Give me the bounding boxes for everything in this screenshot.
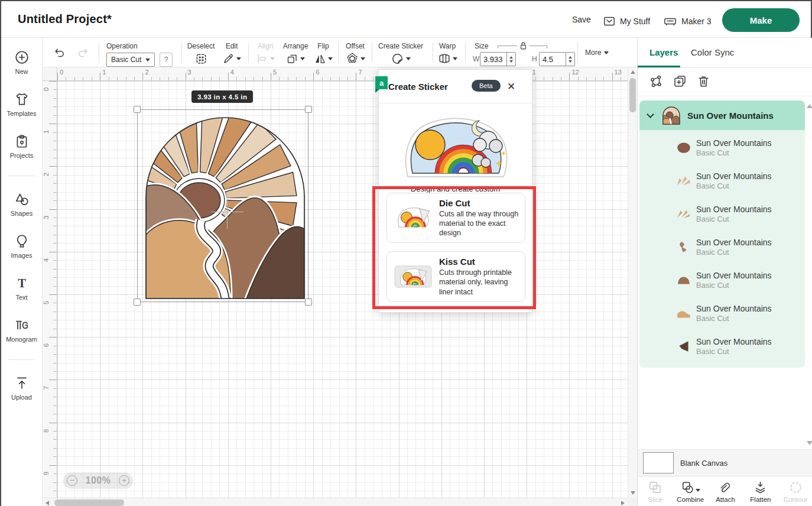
- layer-row[interactable]: Sun Over Mountains Basic Cut: [639, 231, 805, 264]
- height-field[interactable]: [539, 52, 575, 66]
- layer-row[interactable]: Sun Over Mountains Basic Cut: [639, 197, 805, 231]
- zoom-out-button[interactable]: −: [67, 475, 77, 486]
- my-stuff-button[interactable]: My Stuff: [603, 15, 650, 28]
- panel-scroll-down-arrow[interactable]: [807, 441, 812, 445]
- save-button[interactable]: Save: [572, 15, 591, 24]
- layer-row[interactable]: Sun Over Mountains Basic Cut: [639, 330, 805, 363]
- layer-name: Sun Over Mountains: [696, 271, 772, 281]
- blank-canvas-label: Blank Canvas: [680, 459, 727, 468]
- layer-operation: Basic Cut: [696, 148, 772, 157]
- layer-row[interactable]: Sun Over Mountains Basic Cut: [639, 131, 805, 164]
- operation-select[interactable]: Basic Cut: [106, 53, 155, 67]
- sidebar-item-new[interactable]: New: [1, 50, 42, 75]
- width-input[interactable]: [480, 53, 506, 66]
- operation-help-button[interactable]: ?: [160, 53, 173, 67]
- align-icon: [256, 53, 268, 65]
- lock-ratio-button[interactable]: [518, 41, 528, 51]
- operation-group: Operation Basic Cut ?: [106, 41, 173, 67]
- layer-group-header[interactable]: Sun Over Mountains: [639, 100, 805, 130]
- tab-layers[interactable]: Layers: [649, 47, 678, 57]
- make-button[interactable]: Make: [722, 8, 800, 32]
- edit-button[interactable]: Edit: [219, 41, 245, 66]
- scroll-left-arrow[interactable]: [46, 501, 49, 505]
- width-field[interactable]: [480, 52, 516, 66]
- layer-name: Sun Over Mountains: [696, 205, 772, 215]
- layer-operation: Basic Cut: [696, 314, 772, 323]
- layer-list: Sun Over Mountains Sun Over Mountains Ba…: [639, 100, 805, 368]
- create-sticker-button[interactable]: Create Sticker: [375, 41, 426, 66]
- blank-canvas-row[interactable]: Blank Canvas: [638, 449, 812, 476]
- scroll-right-arrow[interactable]: [621, 501, 625, 505]
- templates-icon: [14, 92, 30, 107]
- ruler-number: 5: [43, 301, 50, 304]
- scroll-up-arrow[interactable]: [631, 70, 635, 74]
- sidebar-item-monogram[interactable]: Monogram: [1, 317, 42, 343]
- project-title[interactable]: Untitled Project*: [18, 12, 112, 26]
- sidebar-item-templates[interactable]: Templates: [1, 92, 42, 117]
- layers-panel: Layers Color Sync: [637, 38, 812, 506]
- chevron-down-icon: [300, 57, 305, 60]
- kiss-cut-option[interactable]: Kiss Cut Cuts through printable material…: [386, 251, 525, 302]
- chevron-down-icon: [406, 57, 411, 60]
- size-label: Size: [475, 41, 488, 51]
- attach-icon: [719, 481, 732, 494]
- ruler-number: 3: [43, 216, 50, 219]
- vertical-ruler: 0123456789: [43, 81, 57, 498]
- canvas-color-swatch[interactable]: [643, 452, 674, 473]
- chevron-down-icon: [453, 57, 457, 60]
- group-button[interactable]: [649, 74, 663, 88]
- width-stepper[interactable]: [506, 53, 515, 66]
- sidebar-item-projects[interactable]: Projects: [1, 134, 42, 159]
- flatten-button[interactable]: Flatten: [743, 476, 778, 506]
- panel-scroll-up-arrow[interactable]: [807, 104, 812, 108]
- resize-handle-se[interactable]: [305, 299, 312, 306]
- warp-button[interactable]: Warp: [434, 41, 460, 66]
- flip-button[interactable]: Flip: [311, 41, 335, 66]
- vertical-scroll-thumb[interactable]: [629, 78, 636, 112]
- shapes-icon: [14, 192, 30, 207]
- ruler-number: 6: [316, 69, 319, 76]
- sidebar-item-shapes[interactable]: Shapes: [1, 192, 42, 217]
- edit-toolbar: Operation Basic Cut ? Deselect Edit Alig…: [43, 38, 637, 67]
- height-stepper[interactable]: [566, 53, 574, 66]
- app-window: Untitled Project* Save My Stuff Maker 3 …: [0, 0, 812, 506]
- combine-button[interactable]: Combine: [673, 476, 707, 506]
- attach-button[interactable]: Attach: [708, 476, 743, 506]
- layer-row[interactable]: Sun Over Mountains Basic Cut: [639, 264, 805, 297]
- more-button[interactable]: More: [585, 48, 609, 57]
- die-cut-option[interactable]: Die Cut Cuts all the way through materia…: [386, 193, 525, 243]
- resize-handle-nw[interactable]: [134, 106, 141, 113]
- sidebar-divider: [8, 359, 35, 360]
- delete-button[interactable]: [697, 74, 710, 88]
- deselect-button[interactable]: Deselect: [184, 41, 217, 66]
- sidebar-divider: [8, 176, 35, 176]
- height-input[interactable]: [540, 53, 566, 66]
- resize-handle-sw[interactable]: [134, 299, 141, 306]
- offset-button[interactable]: Offset: [341, 41, 369, 66]
- undo-button[interactable]: [53, 46, 66, 59]
- layer-row[interactable]: Sun Over Mountains Basic Cut: [639, 164, 805, 197]
- sidebar-item-upload[interactable]: Upload: [1, 375, 42, 401]
- canvas-vertical-scrollbar[interactable]: [628, 67, 637, 498]
- design-canvas[interactable]: 012345678910111213 0123456789: [43, 67, 637, 506]
- layer-operation: Basic Cut: [696, 281, 772, 290]
- text-icon: T: [14, 275, 30, 291]
- artwork-sun-over-mountains[interactable]: [140, 111, 310, 301]
- zoom-in-button[interactable]: +: [119, 475, 129, 486]
- sidebar-item-images[interactable]: Images: [1, 233, 42, 259]
- horizontal-scroll-thumb[interactable]: [54, 499, 124, 506]
- close-icon[interactable]: ✕: [504, 79, 519, 94]
- machine-icon: [663, 15, 677, 28]
- svg-text:T: T: [18, 277, 26, 290]
- redo-button[interactable]: [76, 46, 90, 59]
- resize-handle-ne[interactable]: [305, 106, 312, 113]
- canvas-horizontal-scrollbar[interactable]: [43, 498, 628, 506]
- machine-selector[interactable]: Maker 3: [663, 15, 712, 28]
- tab-color-sync[interactable]: Color Sync: [691, 47, 734, 57]
- arrange-button[interactable]: Arrange: [279, 41, 312, 66]
- sidebar-item-text[interactable]: TText: [1, 275, 42, 301]
- ruler-number: 9: [43, 472, 50, 475]
- layer-row[interactable]: Sun Over Mountains Basic Cut: [639, 297, 805, 330]
- scroll-down-arrow[interactable]: [631, 491, 635, 495]
- duplicate-button[interactable]: [673, 74, 687, 88]
